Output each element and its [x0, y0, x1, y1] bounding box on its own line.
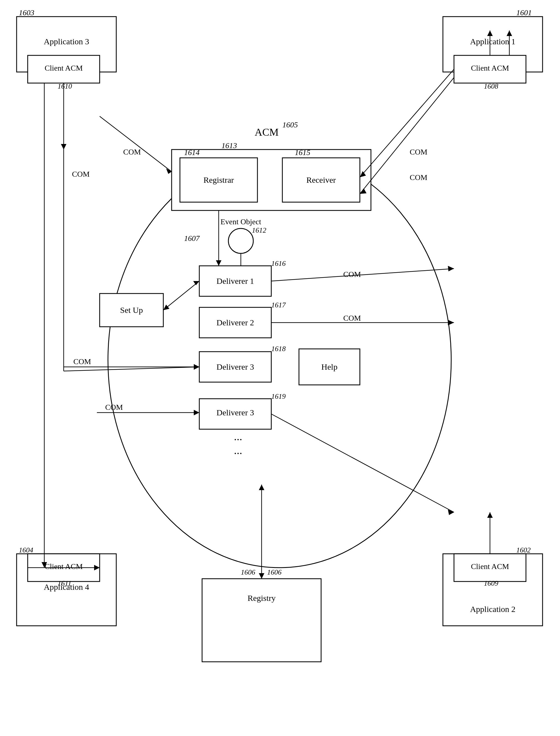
svg-text:1605: 1605	[282, 120, 298, 129]
svg-text:Deliverer 2: Deliverer 2	[216, 318, 254, 327]
svg-text:1608: 1608	[484, 82, 498, 90]
svg-text:1618: 1618	[271, 345, 286, 353]
svg-text:Client ACM: Client ACM	[471, 64, 509, 72]
svg-text:Receiver: Receiver	[306, 175, 336, 184]
svg-text:Event Object: Event Object	[221, 217, 261, 226]
svg-text:1604: 1604	[19, 546, 33, 554]
svg-text:1616: 1616	[271, 259, 286, 267]
svg-text:1610: 1610	[58, 82, 72, 90]
svg-text:COM: COM	[123, 148, 141, 156]
svg-text:Deliverer 1: Deliverer 1	[216, 276, 254, 285]
svg-text:1613: 1613	[221, 141, 237, 150]
svg-marker-55	[487, 512, 493, 518]
diagram: ... ... 1601 1603 ACM 1605 1613 1614 161…	[0, 0, 560, 736]
svg-text:COM: COM	[343, 314, 361, 322]
svg-text:COM: COM	[72, 170, 90, 178]
svg-line-35	[271, 268, 454, 281]
svg-line-46	[163, 281, 199, 310]
svg-text:...: ...	[234, 444, 242, 457]
svg-point-0	[108, 152, 451, 568]
svg-text:1611: 1611	[58, 579, 71, 587]
svg-text:1602: 1602	[516, 546, 531, 554]
svg-text:1617: 1617	[271, 301, 286, 309]
svg-text:COM: COM	[410, 173, 427, 182]
svg-text:1619: 1619	[271, 393, 286, 401]
svg-marker-40	[216, 260, 221, 266]
svg-marker-43	[194, 364, 199, 370]
svg-text:1615: 1615	[295, 148, 310, 157]
svg-rect-19	[202, 579, 321, 662]
svg-line-25	[64, 367, 199, 371]
svg-text:1606: 1606	[267, 568, 282, 576]
svg-line-22	[100, 116, 172, 172]
svg-marker-50	[259, 485, 264, 490]
svg-text:1603: 1603	[19, 8, 34, 17]
svg-marker-38	[448, 320, 454, 325]
svg-text:1609: 1609	[484, 579, 498, 587]
svg-text:1606: 1606	[241, 568, 255, 576]
svg-text:ACM: ACM	[255, 126, 279, 138]
diagram-svg: ... ... 1601 1603 ACM 1605 1613 1614 161…	[0, 0, 560, 736]
svg-text:1607: 1607	[184, 234, 200, 242]
svg-text:COM: COM	[105, 403, 123, 412]
svg-text:Client ACM: Client ACM	[45, 562, 83, 571]
svg-text:Deliverer 3: Deliverer 3	[216, 362, 254, 371]
svg-text:Application 2: Application 2	[470, 605, 515, 614]
svg-text:Deliverer 3: Deliverer 3	[216, 408, 254, 417]
svg-text:Application 3: Application 3	[44, 37, 89, 46]
svg-text:COM: COM	[410, 148, 427, 156]
svg-text:Registrar: Registrar	[203, 175, 234, 184]
svg-text:Help: Help	[321, 362, 337, 371]
svg-text:1612: 1612	[252, 226, 266, 234]
svg-marker-45	[194, 410, 199, 415]
svg-text:Client ACM: Client ACM	[471, 562, 509, 571]
svg-text:Client ACM: Client ACM	[45, 64, 83, 72]
svg-text:Application 1: Application 1	[470, 37, 515, 46]
svg-marker-48	[193, 281, 199, 285]
svg-text:COM: COM	[73, 357, 91, 366]
svg-text:Set Up: Set Up	[120, 305, 143, 314]
svg-text:1614: 1614	[184, 148, 200, 157]
svg-text:Registry: Registry	[247, 593, 276, 603]
svg-line-31	[360, 69, 454, 177]
svg-text:COM: COM	[343, 270, 361, 278]
svg-point-12	[228, 228, 253, 253]
svg-marker-51	[259, 573, 264, 579]
svg-line-33	[360, 77, 454, 194]
svg-marker-47	[163, 304, 169, 310]
svg-marker-21	[61, 144, 66, 149]
svg-marker-36	[448, 266, 454, 271]
svg-text:...: ...	[234, 430, 242, 443]
svg-line-60	[271, 414, 454, 512]
svg-text:1601: 1601	[516, 8, 532, 17]
